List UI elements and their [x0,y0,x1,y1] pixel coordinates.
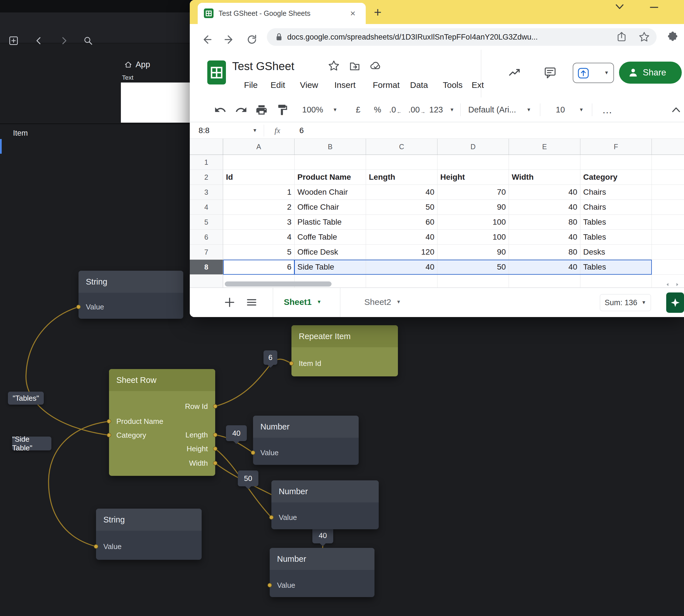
cell[interactable]: Office Chair [295,200,366,215]
select-all-corner[interactable] [190,139,223,155]
print-icon[interactable] [255,104,268,116]
tab-close-icon[interactable]: × [350,3,356,24]
cell[interactable]: Plastic Table [295,215,366,230]
browser-forward-icon[interactable] [223,34,235,46]
node-number-width[interactable]: Number Value [270,548,374,597]
sheet-tab-sheet1[interactable]: Sheet1 ▼ [273,288,340,317]
lock-icon[interactable] [273,31,285,43]
cell[interactable]: Chairs [580,185,652,200]
font-select[interactable]: Default (Ari... [468,97,522,122]
wire-category[interactable] [26,307,109,435]
explore-button[interactable] [666,292,684,313]
column-header[interactable]: D [437,139,509,155]
cell[interactable] [366,155,437,170]
menu-edit[interactable]: Edit [271,80,285,91]
number-format-button[interactable]: 123 [429,97,443,122]
cell[interactable] [509,274,580,288]
cell[interactable] [366,274,437,288]
cell[interactable]: 40 [509,230,580,245]
zoom-select[interactable]: 100% [302,97,323,122]
currency-format-button[interactable]: £ [356,97,360,122]
menu-tools[interactable]: Tools [443,80,462,91]
cell[interactable]: Width [509,170,580,185]
scroll-right-icon[interactable] [675,282,680,287]
cell[interactable]: 60 [366,215,437,230]
omnibox[interactable]: docs.google.com/spreadsheets/d/1D3IRuxIl… [267,28,657,46]
cell[interactable]: Height [437,170,509,185]
cell[interactable]: Id [223,170,295,185]
browser-back-icon[interactable] [201,34,213,46]
cell[interactable]: Desks [580,245,652,260]
cell[interactable]: 40 [366,230,437,245]
sum-dropdown[interactable]: Sum: 136 ▼ [600,294,651,311]
cell[interactable] [437,274,509,288]
cell[interactable]: 90 [437,245,509,260]
row-header[interactable]: 3 [190,185,223,200]
cell[interactable]: 80 [509,245,580,260]
row-header[interactable]: 5 [190,215,223,230]
undo-icon[interactable] [214,104,227,116]
window-chevron-down-icon[interactable] [613,1,626,13]
increase-decimal-button[interactable]: .00→ [408,97,425,122]
row-header[interactable]: 6 [190,230,223,245]
cell[interactable]: Tables [580,230,652,245]
cell[interactable]: Office Desk [295,245,366,260]
node-string-top[interactable]: String Value [78,271,183,319]
cell[interactable]: 80 [509,215,580,230]
decrease-decimal-button[interactable]: .0← [389,97,402,122]
row-header[interactable]: 7 [190,245,223,260]
wire-row-id[interactable] [215,359,292,406]
cell[interactable]: Category [580,170,652,185]
cell[interactable]: 1 [223,185,295,200]
row-header[interactable]: 4 [190,200,223,215]
cell[interactable] [295,155,366,170]
cell[interactable]: 90 [437,200,509,215]
cell[interactable]: Tables [580,260,652,274]
cell[interactable]: 40 [509,185,580,200]
add-sheet-icon[interactable] [223,296,236,309]
cell[interactable]: Chairs [580,200,652,215]
menu-data[interactable]: Data [410,80,428,91]
row-header[interactable] [190,274,223,288]
font-size-select[interactable]: 10 [556,97,565,122]
row-header[interactable]: 8 [190,260,223,274]
cell[interactable]: Length [366,170,437,185]
scroll-left-icon[interactable] [665,282,670,287]
node-number-height[interactable]: Number Value [271,480,379,529]
cell[interactable]: 50 [437,260,509,274]
column-header[interactable]: C [366,139,437,155]
cell[interactable]: 100 [437,215,509,230]
menu-extensions[interactable]: Ext [472,80,484,91]
cell[interactable]: Coffe Table [295,230,366,245]
trending-history-icon[interactable] [508,66,521,79]
cell[interactable]: Product Name [295,170,366,185]
cell[interactable]: 70 [437,185,509,200]
window-minimize-icon[interactable] [648,1,660,14]
menu-format[interactable]: Format [373,80,400,91]
row-header[interactable]: 2 [190,170,223,185]
cell[interactable]: Wooden Chair [295,185,366,200]
collapse-toolbar-icon[interactable] [670,104,682,116]
menu-view[interactable]: View [300,80,318,91]
node-number-length[interactable]: Number Value [253,416,359,465]
column-header[interactable]: E [509,139,580,155]
redo-icon[interactable] [235,104,247,116]
percent-format-button[interactable]: % [374,97,381,122]
cell[interactable]: 2 [223,200,295,215]
doc-title[interactable]: Test GSheet [232,60,294,73]
present-button[interactable]: ▼ [573,63,614,83]
comment-icon[interactable] [543,66,557,79]
cell[interactable]: Tables [580,215,652,230]
menu-insert[interactable]: Insert [334,80,356,91]
browser-reload-icon[interactable] [246,34,258,46]
star-doc-icon[interactable] [327,60,340,72]
cell[interactable]: 40 [366,185,437,200]
node-sheet-row[interactable]: Sheet Row Row Id Product Name Category L… [109,369,215,476]
cell[interactable]: 120 [366,245,437,260]
cell[interactable]: 40 [366,260,437,274]
cell-active[interactable]: 6 [223,260,295,274]
node-repeater-item[interactable]: Repeater Item Item Id [292,325,398,376]
move-folder-icon[interactable] [348,60,361,72]
bookmark-star-icon[interactable] [638,31,650,43]
cell[interactable] [437,155,509,170]
